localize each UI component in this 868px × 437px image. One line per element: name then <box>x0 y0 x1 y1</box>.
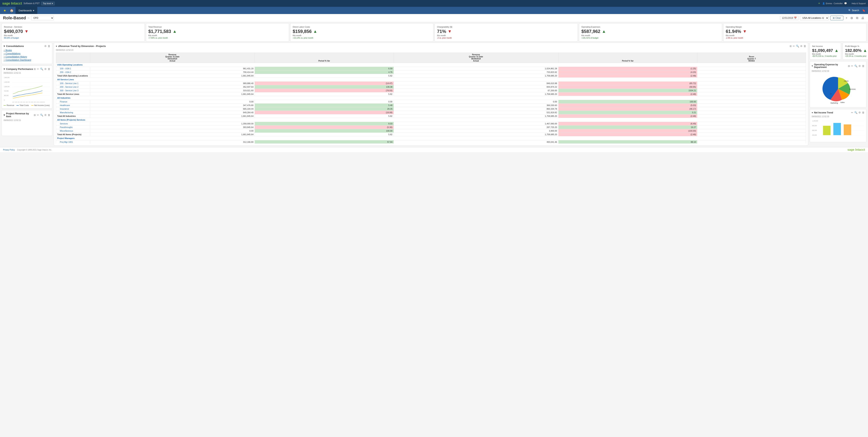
row-label[interactable]: Passthroughs <box>56 126 90 129</box>
total-pct1: 5.82 <box>255 92 394 96</box>
settings-icon[interactable]: ⚙ <box>44 113 46 116</box>
filter-icon[interactable]: ⊞ <box>34 68 36 70</box>
zoom-icon[interactable]: 🔍 <box>40 113 43 116</box>
delete-icon[interactable]: 🗑 <box>48 113 50 116</box>
cons-link-2[interactable]: Consolidation History <box>4 56 50 58</box>
val2: 366,530.60 <box>394 104 558 107</box>
kpi-title-3: Chargeability ($) <box>437 26 575 28</box>
svg-text:6/30: 6/30 <box>26 101 28 103</box>
section-header[interactable]: Project Managers <box>56 136 806 140</box>
col-header-q1-var: Period % Var <box>255 53 394 63</box>
add-widget-icon[interactable]: + <box>845 16 848 20</box>
row-label[interactable]: Services <box>56 122 90 126</box>
settings-icon[interactable]: ⚙ <box>849 16 854 20</box>
row-label[interactable]: Healthcare <box>56 104 90 107</box>
cons-link-3[interactable]: Consolidation Dashboard <box>4 59 50 61</box>
consolidations-panel: ▾ Consolidations ⚙ 🗑 BooksConsolidations… <box>1 43 52 64</box>
row-label[interactable]: 100 - Service Line 1 <box>56 81 90 85</box>
edit-icon[interactable]: ✏ <box>37 113 39 116</box>
privacy-policy-link[interactable]: Privacy Policy <box>3 149 15 151</box>
row-label[interactable]: Manufacturing <box>56 111 90 114</box>
kpi-card-2: Direct Labor Costs $159,856 ▲ this month… <box>290 23 433 41</box>
total-label: Total All Industries <box>56 114 90 118</box>
delete-icon[interactable]: 🗑 <box>804 45 806 47</box>
settings-icon[interactable]: ⚙ <box>44 45 46 47</box>
zoom-icon[interactable]: 🔍 <box>40 68 43 70</box>
filter-icon[interactable]: ⊞ <box>34 113 36 116</box>
cons-link-0[interactable]: Books <box>4 49 50 52</box>
performance-subtitle: 09/09/2021 12:52:21 <box>4 72 50 74</box>
section-header[interactable]: USA-Operating Locations <box>56 63 806 67</box>
kpi-card-5: Operating Margin 61.94% ▼ this month -2.… <box>723 23 867 41</box>
cons-link-1[interactable]: Consolidations <box>4 52 50 55</box>
svg-text:360,000: 360,000 <box>4 95 8 96</box>
kpi-subdetail-0: 99.64% of budget <box>4 37 142 39</box>
val3 <box>697 85 806 89</box>
print-icon[interactable]: 🖨 <box>861 16 865 20</box>
zoom-icon[interactable]: 🔍 <box>855 65 858 67</box>
kpi-title-2: Direct Labor Costs <box>293 26 431 28</box>
company-performance-panel: ▾ Company Performance ⊞ ✏ 🔍 ⚙ 🗑 09/09/20… <box>1 66 52 108</box>
row-label[interactable]: 200 - USA 2 <box>56 70 90 74</box>
row-label[interactable]: 100 - USA 1 <box>56 67 90 70</box>
settings-icon[interactable]: ⚙ <box>859 65 861 67</box>
section-header[interactable]: All Items (Projects) Services <box>56 118 806 122</box>
edit-icon[interactable]: ✏ <box>37 68 39 70</box>
date-input[interactable]: 12/31/2019 📅 <box>780 16 799 20</box>
right-panel: Net Income $1,090,497 ▲ this month +$170… <box>810 43 867 145</box>
row-label[interactable]: 200 - Service Line 2 <box>56 85 90 89</box>
total-pct1: 5.82 <box>255 114 394 118</box>
copy-icon[interactable]: ⧉ <box>855 16 859 20</box>
clear-button[interactable]: ⊞ Clear <box>830 16 843 20</box>
delete-icon[interactable]: 🗑 <box>862 111 864 114</box>
section-header[interactable]: All Industries <box>56 96 806 100</box>
bookmark-icon[interactable]: 🔖 <box>861 9 867 12</box>
delete-icon[interactable]: 🗑 <box>48 68 50 70</box>
cfo-dropdown[interactable]: CFO <box>31 16 54 20</box>
filter-icon[interactable]: ⊞ <box>789 45 792 47</box>
pct1: (5.30) <box>255 126 394 129</box>
help-link[interactable]: Help & Support <box>851 2 866 4</box>
edit-icon[interactable]: ✏ <box>851 65 853 67</box>
pct2: (46.17) <box>558 107 697 111</box>
chart-legend: Revenue Total Costs Net Income (Loss) <box>4 104 50 106</box>
val1: 989,886.40 <box>90 81 255 85</box>
pct1: 0.00 <box>255 100 394 104</box>
dashboards-menu[interactable]: Dashboards ▾ <box>16 7 37 14</box>
val3 <box>697 122 806 126</box>
plus-icon[interactable]: + <box>818 1 820 5</box>
settings-icon[interactable]: ⚙ <box>44 68 46 70</box>
zrevenue-table: RevenueQuarter To Date03/31/2019Actual P… <box>56 53 806 143</box>
row-label[interactable]: Finance <box>56 100 90 104</box>
top-level-dropdown[interactable]: Top level ▾ <box>41 2 55 5</box>
svg-text:880,000: 880,000 <box>812 125 817 126</box>
zrevenue-table-scroll[interactable]: RevenueQuarter To Date03/31/2019Actual P… <box>56 53 806 143</box>
favorites-star-icon[interactable]: ★ <box>1 9 8 12</box>
svg-text:Admin: Admin <box>844 80 849 82</box>
row-label[interactable]: 300 - Service Line 3 <box>56 89 90 92</box>
delete-icon[interactable]: 🗑 <box>862 65 864 67</box>
zoom-icon[interactable]: 🔍 <box>796 45 799 47</box>
row-label[interactable]: Miscellaneous <box>56 129 90 133</box>
settings-icon[interactable]: ⚙ <box>800 45 802 47</box>
search-button[interactable]: 🔍 Search <box>846 9 861 12</box>
edit-icon[interactable]: ✏ <box>793 45 795 47</box>
app-logo: sage Intacct <box>2 1 22 5</box>
location-dropdown[interactable]: USA-All Locations--U <box>800 16 829 20</box>
home-icon[interactable]: 🏠 <box>8 9 16 12</box>
legend-net-income: Net Income (Loss) <box>31 104 50 106</box>
delete-icon[interactable]: 🗑 <box>48 45 50 47</box>
edit-icon[interactable]: ✏ <box>851 111 853 114</box>
row-label[interactable]: Proj Mgr 1001 <box>56 140 90 144</box>
zoom-icon[interactable]: 🔍 <box>855 111 858 114</box>
zrevenue-panel: ▾ zRevenue Trend by Dimension - Projects… <box>54 43 808 145</box>
net-income-title: Net Income <box>812 45 839 47</box>
section-header[interactable]: All Service Lines <box>56 78 806 81</box>
net-income-trend-subtitle: 09/09/2021 12:52:30 <box>812 115 864 117</box>
user-menu[interactable]: 👤 Emma - Controller <box>823 2 843 5</box>
settings-icon[interactable]: ⚙ <box>859 111 861 114</box>
row-label[interactable]: Insurance <box>56 107 90 111</box>
filter-icon[interactable]: ⊞ <box>848 65 850 67</box>
svg-text:7/31: 7/31 <box>28 101 31 103</box>
table-row: Miscellaneous 0.00 100.00 3,900.00 (100.… <box>56 129 806 133</box>
